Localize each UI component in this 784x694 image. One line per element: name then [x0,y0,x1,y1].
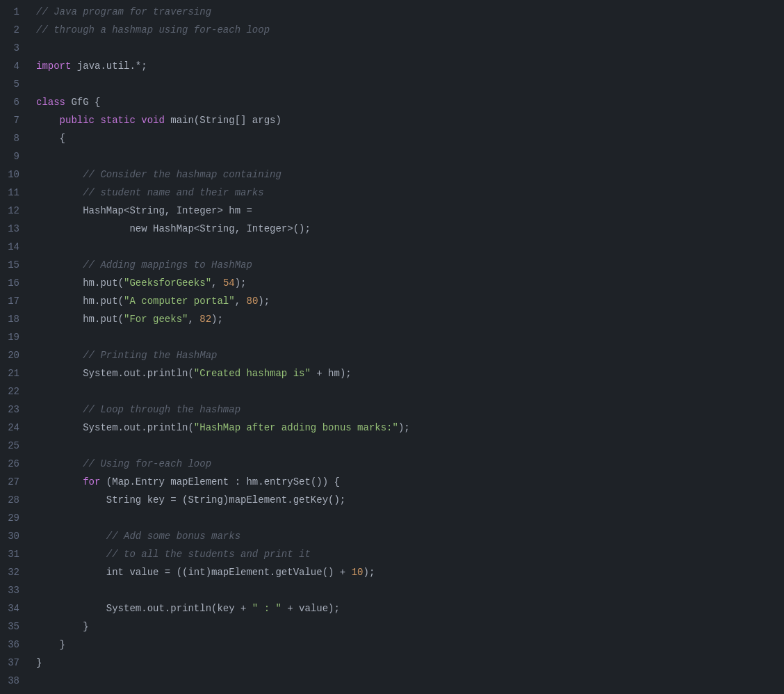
code-line: } [36,654,784,672]
token: , [211,277,223,289]
token: , [188,314,199,325]
code-line: // through a hashmap using for-each loop [36,21,784,39]
code-lines: // Java program for traversing// through… [31,3,784,690]
token: int value = ((int)mapElement.getValue() … [36,567,352,578]
token: "Created hashmap is" [194,368,311,379]
code-line: // student name and their marks [36,184,784,202]
line-number: 7 [0,111,19,129]
code-line: // Loop through the hashmap [36,401,784,419]
code-line [36,147,784,166]
line-number: 18 [0,310,19,328]
token: // Consider the hashmap containing [36,169,281,180]
token: // to all the students and print it [36,549,311,560]
token: "For geeks" [124,314,188,325]
token: } [36,639,65,650]
code-line: // Using for-each loop [36,455,784,473]
token: public [36,115,95,126]
code-line: import java.util.*; [36,57,784,75]
code-line [36,382,784,401]
token: + value); [281,603,340,614]
line-number: 30 [0,527,19,545]
line-number: 35 [0,618,19,636]
code-line [36,328,784,346]
line-numbers: 1234567891011121314151617181920212223242… [0,3,31,690]
line-number: 14 [0,238,19,256]
token: ); [211,314,223,325]
line-number: 13 [0,220,19,238]
code-line: // Printing the HashMap [36,346,784,364]
token [36,476,83,487]
token: // Add some bonus marks [36,531,240,542]
token: } [36,657,42,668]
code-line: System.out.println("Created hashmap is" … [36,364,784,382]
token: // Loop through the hashmap [36,404,240,415]
code-line: hm.put("GeeksforGeeks", 54); [36,274,784,292]
line-number: 10 [0,166,19,184]
token: // Adding mappings to HashMap [36,259,252,271]
token: } [36,621,89,632]
line-number: 17 [0,292,19,310]
line-number: 3 [0,39,19,57]
line-number: 19 [0,328,19,346]
token: ); [398,422,410,433]
code-line [36,238,784,256]
line-number: 20 [0,346,19,364]
token: "GeeksforGeeks" [124,277,211,289]
line-number: 1 [0,3,19,21]
code-line: int value = ((int)mapElement.getValue() … [36,563,784,581]
token: "A computer portal" [124,296,235,307]
line-number: 22 [0,382,19,401]
line-number: 25 [0,437,19,455]
code-line [36,581,784,599]
token: 80 [246,296,258,307]
line-number: 11 [0,184,19,202]
line-number: 27 [0,473,19,491]
token: hm.put( [36,296,124,307]
code-editor: 1234567891011121314151617181920212223242… [0,0,784,693]
line-number: 24 [0,419,19,437]
token: void [136,115,165,126]
line-number: 33 [0,581,19,599]
code-line: } [36,618,784,636]
code-line: class GfG { [36,93,784,111]
token: java.util.*; [71,60,147,72]
line-number: 15 [0,256,19,274]
code-line: // to all the students and print it [36,545,784,563]
token: new HashMap<String, Integer>(); [36,223,311,234]
line-number: 9 [0,147,19,166]
code-line [36,39,784,57]
token: for [83,476,100,487]
token: String key = (String)mapElement.getKey()… [36,494,345,506]
token: // Using for-each loop [36,458,211,469]
token: // Java program for traversing [36,6,211,17]
code-line: for (Map.Entry mapElement : hm.entrySet(… [36,473,784,491]
line-number: 34 [0,599,19,618]
token: main(String[] args) [165,115,281,126]
code-line [36,509,784,527]
token: hm.put( [36,314,124,325]
line-number: 36 [0,636,19,654]
line-number: 31 [0,545,19,563]
token: (Map.Entry mapElement : hm.entrySet()) { [100,476,339,487]
token: HashMap<String, Integer> hm = [36,205,252,216]
code-line: public static void main(String[] args) [36,111,784,129]
token: ); [364,567,375,578]
token: ); [258,296,270,307]
line-number: 38 [0,672,19,690]
code-line: HashMap<String, Integer> hm = [36,202,784,220]
token: System.out.println( [36,422,194,433]
token: System.out.println(key + [36,603,252,614]
code-line [36,75,784,93]
token: " : " [252,603,281,614]
token: ); [235,277,247,289]
code-line: // Consider the hashmap containing [36,166,784,184]
token: // student name and their marks [36,187,264,198]
code-line: { [36,129,784,147]
code-line: new HashMap<String, Integer>(); [36,220,784,238]
line-number: 2 [0,21,19,39]
token: using [158,24,188,35]
line-number: 8 [0,129,19,147]
code-line [36,437,784,455]
token: // through a hashmap [36,24,158,35]
token: + hm); [311,368,352,379]
